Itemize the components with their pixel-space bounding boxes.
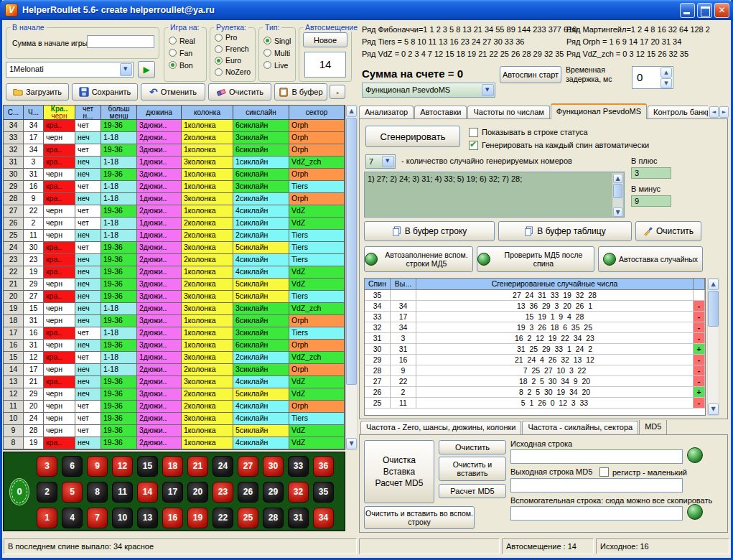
show-status-checkbox[interactable]	[469, 128, 478, 137]
board-number[interactable]: 1	[37, 508, 57, 528]
helper-string-input[interactable]	[510, 506, 683, 521]
type-radio-option[interactable]: Live	[263, 59, 295, 71]
board-number[interactable]: 12	[112, 456, 133, 477]
autofill-md5-button[interactable]: Автозаполнение вспом. строки МД5	[364, 246, 473, 272]
board-number[interactable]: 4	[62, 508, 83, 528]
tab[interactable]: Функционал PsevdoMS	[551, 103, 647, 119]
history-scrollbar[interactable]	[345, 105, 358, 450]
board-number[interactable]: 24	[213, 456, 233, 477]
clear-paste-helper-button[interactable]: Очистить и вставить во вспом. строку	[364, 506, 475, 529]
board-number[interactable]: 17	[162, 482, 183, 503]
roulette-radio-option[interactable]: French	[215, 43, 255, 55]
game-radio-option[interactable]: Bon	[169, 59, 206, 71]
scrollbar-thumb[interactable]	[346, 118, 357, 385]
board-number[interactable]: 26	[238, 482, 258, 503]
scroll-down-button[interactable]	[613, 207, 622, 217]
board-number[interactable]: 31	[288, 508, 309, 528]
md5-calc-button[interactable]: Расчет MD5	[439, 484, 506, 498]
start-sum-input[interactable]	[87, 35, 154, 48]
tab[interactable]: Анализатор	[359, 106, 414, 119]
tab[interactable]: Частоты по числам	[467, 106, 549, 119]
tab-scroll-left-button[interactable]	[709, 106, 719, 118]
load-button[interactable]: Загрузить	[6, 83, 69, 101]
play-button[interactable]	[138, 61, 155, 78]
minimize-button[interactable]	[680, 3, 695, 18]
autospin-start-button[interactable]: Автоспин старт	[500, 66, 561, 83]
board-number[interactable]: 23	[213, 482, 233, 503]
board-number-zero[interactable]: 0	[9, 478, 29, 505]
source-string-input[interactable]	[510, 449, 683, 464]
tab[interactable]: Частота - Zero, шансы, дюжины, колонки	[360, 421, 521, 434]
copy-table-button[interactable]: В буфер таблицу	[498, 221, 632, 241]
clear-generated-button[interactable]: Очистить	[635, 221, 701, 241]
board-number[interactable]: 33	[288, 456, 309, 477]
textarea-scrollbar[interactable]	[612, 173, 623, 216]
chevron-down-icon[interactable]	[382, 156, 394, 167]
copy-to-buffer-button[interactable]: В буфер	[274, 83, 327, 101]
board-number[interactable]: 29	[263, 482, 284, 503]
new-autoshift-button[interactable]: Новое	[303, 32, 347, 47]
scroll-up-button[interactable]	[708, 279, 719, 290]
board-number[interactable]: 9	[87, 456, 108, 477]
save-button[interactable]: Сохранить	[72, 83, 138, 101]
clear-button[interactable]: Очистить	[208, 83, 271, 101]
game-radio-option[interactable]: Real	[169, 34, 206, 47]
board-number[interactable]: 11	[112, 482, 133, 503]
count-combobox[interactable]: 7	[365, 154, 396, 169]
app-icon[interactable]	[5, 4, 18, 17]
spinner-down-button[interactable]	[660, 78, 672, 88]
spinner-up-button[interactable]	[660, 67, 672, 78]
board-number[interactable]: 10	[112, 508, 133, 528]
autobet-random-button[interactable]: Автоставка случайных	[598, 246, 703, 272]
type-radio-option[interactable]: Singl	[263, 34, 295, 47]
board-number[interactable]: 25	[238, 508, 258, 528]
md5-clear-button[interactable]: Очистить	[439, 440, 506, 454]
green-sphere-icon[interactable]	[687, 504, 703, 520]
board-number[interactable]: 19	[187, 508, 208, 528]
maximize-button[interactable]	[697, 3, 712, 18]
md5-main-button[interactable]: Очистка Вставка Расчет MD5	[364, 440, 434, 503]
scroll-up-button[interactable]	[613, 174, 622, 183]
board-number[interactable]: 32	[288, 482, 309, 503]
md5-clear-paste-button[interactable]: Очистить и вставить	[439, 457, 506, 481]
lowercase-checkbox[interactable]	[599, 467, 609, 477]
md5-output-input[interactable]	[510, 478, 683, 493]
scroll-down-button[interactable]	[346, 438, 357, 449]
tab-scroll-right-button[interactable]	[719, 106, 729, 118]
close-button[interactable]	[714, 3, 729, 18]
board-number[interactable]: 6	[62, 456, 83, 477]
board-number[interactable]: 22	[213, 508, 233, 528]
undo-button[interactable]: Отменить	[141, 83, 205, 101]
auto-generate-checkbox[interactable]	[469, 141, 478, 150]
board-number[interactable]: 34	[313, 508, 334, 528]
generated-numbers-textarea[interactable]: 1) 27; 2) 24; 3) 31; 4) 33; 5) 19; 6) 32…	[364, 172, 625, 218]
profile-combobox[interactable]: 1Melonati	[6, 62, 134, 78]
tab[interactable]: Автоставки	[414, 106, 467, 119]
tab[interactable]: Частота - сиклайны, сектора	[522, 421, 638, 434]
board-number[interactable]: 21	[187, 456, 208, 477]
roulette-radio-option[interactable]: Euro	[215, 55, 255, 66]
board-number[interactable]: 28	[263, 508, 284, 528]
board-number[interactable]: 3	[37, 456, 57, 477]
scroll-down-button[interactable]	[708, 403, 719, 415]
board-number[interactable]: 13	[137, 508, 158, 528]
check-md5-button[interactable]: Проверить МД5 после спина	[477, 246, 594, 272]
board-number[interactable]: 2	[37, 482, 57, 503]
minus-button[interactable]: -	[330, 85, 345, 99]
board-number[interactable]: 35	[313, 482, 334, 503]
board-number[interactable]: 15	[137, 456, 158, 477]
delay-spinner[interactable]: 0	[632, 66, 673, 89]
copy-row-button[interactable]: В буфер строку	[364, 221, 495, 241]
scrollbar-thumb[interactable]	[708, 291, 719, 327]
type-radio-option[interactable]: Multi	[263, 47, 295, 59]
tab[interactable]: MD5	[639, 420, 667, 434]
board-number[interactable]: 27	[238, 456, 258, 477]
green-sphere-icon[interactable]	[687, 447, 703, 463]
board-number[interactable]: 16	[162, 508, 183, 528]
board-number[interactable]: 30	[263, 456, 284, 477]
roulette-radio-option[interactable]: NoZero	[215, 66, 255, 78]
scroll-up-button[interactable]	[346, 106, 357, 117]
game-radio-option[interactable]: Fan	[169, 47, 206, 59]
board-number[interactable]: 7	[87, 508, 108, 528]
tab[interactable]: Контроль банкрол	[648, 106, 708, 119]
